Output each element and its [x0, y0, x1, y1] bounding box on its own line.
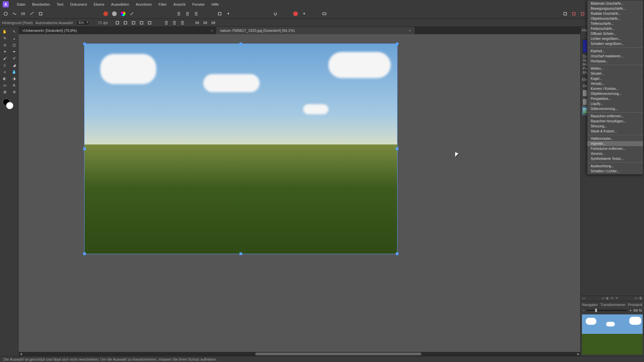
filter-item[interactable]: Konvex / Konkav... — [587, 86, 643, 91]
filter-item[interactable]: Radiale Unschärfe... — [587, 11, 643, 16]
filter-item[interactable]: Diffuser Schein... — [587, 31, 643, 36]
filter-item[interactable]: Ausleuchtung... — [587, 164, 643, 169]
menu-dokument[interactable]: Dokument — [67, 1, 90, 8]
filter-item[interactable]: Halbtonraster... — [587, 136, 643, 141]
navigator-thumbnail[interactable] — [582, 314, 643, 355]
close-icon[interactable]: × — [409, 28, 411, 33]
scroll-thumb[interactable] — [255, 353, 421, 355]
filter-item[interactable]: Staub & Kratzer... — [587, 129, 643, 134]
transform-4-button[interactable] — [138, 19, 145, 26]
transform-1-button[interactable] — [114, 19, 121, 26]
preview-button[interactable] — [321, 10, 328, 17]
arrange-back-button[interactable] — [561, 10, 569, 17]
transform-3-button[interactable] — [130, 19, 137, 26]
liquify-persona-button[interactable] — [11, 10, 18, 17]
menu-anordnen[interactable]: Anordnen — [132, 1, 155, 8]
color-picker-tool[interactable]: ✎ — [0, 35, 9, 42]
align-center-button[interactable] — [184, 10, 191, 17]
layers-group-icon[interactable]: ▭ — [582, 296, 585, 301]
align-right-button[interactable] — [193, 10, 200, 17]
menu-filter[interactable]: Filter — [155, 1, 170, 8]
filter-item[interactable]: Objektivunschärfe... — [587, 16, 643, 21]
selection-handle[interactable] — [396, 147, 398, 150]
valign-top-button[interactable] — [194, 19, 201, 26]
text-tool[interactable]: A — [9, 82, 19, 88]
brush-tool[interactable]: 🖌 — [0, 55, 9, 62]
selection-handle[interactable] — [83, 147, 86, 150]
smudge-tool[interactable]: 💧 — [9, 68, 19, 75]
filter-item[interactable]: Vignette... — [587, 141, 643, 146]
mesh-tool[interactable]: ⊞ — [0, 88, 9, 95]
front-color-swatch[interactable] — [6, 102, 13, 109]
pen-tool[interactable]: ✒ — [9, 48, 19, 55]
filter-item[interactable]: Feldunschärfe... — [587, 26, 643, 31]
filter-item[interactable]: Rauschen hinzufügen... — [587, 119, 643, 124]
menu-ebene[interactable]: Ebene — [90, 1, 108, 8]
selection-handle[interactable] — [239, 252, 242, 255]
flood-select-tool[interactable]: ✦ — [0, 48, 9, 55]
selection-handle[interactable] — [396, 43, 398, 45]
tone-persona-button[interactable] — [28, 10, 36, 17]
filter-item[interactable]: Farbsäume entfernen... — [587, 146, 643, 151]
clone-tool[interactable]: ⍟ — [0, 68, 9, 75]
horizontal-scrollbar[interactable]: ◀ ▶ — [19, 352, 580, 356]
align-left-button[interactable] — [175, 10, 182, 17]
marquee-tool[interactable]: ◫ — [9, 42, 19, 48]
develop-persona-button[interactable] — [19, 10, 27, 17]
halign-center-button[interactable] — [171, 19, 178, 26]
valign-bottom-button[interactable] — [210, 19, 217, 26]
quick-mask-button[interactable] — [216, 10, 223, 17]
crop-tool[interactable]: ⟁ — [9, 35, 19, 42]
menu-bearbeiten[interactable]: Bearbeiten — [29, 1, 53, 8]
transform-2-button[interactable] — [122, 19, 129, 26]
swatch-grey-button[interactable] — [111, 10, 118, 17]
menu-datei[interactable]: Datei — [13, 1, 29, 8]
filter-item[interactable]: Wellen... — [587, 66, 643, 71]
filter-item[interactable]: Synthetisierte Textur... — [587, 156, 643, 161]
swatch-color-button[interactable] — [119, 10, 127, 17]
burn-tool[interactable]: ◑ — [9, 75, 19, 82]
scroll-left-button[interactable]: ◀ — [19, 352, 23, 356]
history-tab[interactable]: Protokoll — [628, 303, 642, 307]
filter-item[interactable]: Gitterverzerrung... — [587, 106, 643, 111]
filter-item[interactable]: Voronoi... — [587, 151, 643, 156]
selection-handle[interactable] — [83, 252, 86, 255]
add-mask-button[interactable]: ◐ — [606, 296, 609, 301]
export-persona-button[interactable] — [37, 10, 44, 17]
add-layer-button[interactable]: ▭ — [601, 296, 605, 301]
selection-handle[interactable] — [396, 252, 398, 255]
move-tool[interactable]: ↖ — [9, 28, 19, 35]
shape-tool[interactable]: ▭ — [0, 82, 9, 88]
menu-auswählen[interactable]: Auswählen — [108, 1, 132, 8]
transform-tab[interactable]: Transformieren — [600, 303, 625, 307]
menu-hilfe[interactable]: Hilfe — [208, 1, 222, 8]
trash-button[interactable]: 🗑 — [639, 296, 643, 301]
arrange-forward-button[interactable] — [579, 10, 586, 17]
filter-item[interactable]: Liquify... — [587, 101, 643, 106]
halign-left-button[interactable] — [163, 19, 170, 26]
navigator-tab[interactable]: Navigator — [582, 303, 598, 307]
hand-tool[interactable]: ✋ — [0, 28, 9, 35]
zoom-slider[interactable] — [587, 310, 627, 311]
scroll-right-button[interactable]: ▶ — [576, 352, 580, 356]
zoom-slider-thumb[interactable] — [595, 309, 597, 312]
quick-mask-dropdown[interactable]: ▾ — [225, 10, 232, 17]
document-tab-1[interactable]: <Unbenannt> [Geändert] (70,8%) × — [19, 27, 217, 34]
filter-item[interactable]: Rauschen entfernen... — [587, 114, 643, 119]
filter-item[interactable]: Perspektive... — [587, 96, 643, 101]
zoom-out-button[interactable]: − — [583, 308, 585, 312]
zoom-tool[interactable]: ⊚ — [9, 88, 19, 95]
document-tab-2[interactable]: nature-7595617_1920.jpg [Geändert] (64,1… — [217, 27, 415, 34]
filter-item[interactable]: Tiefenschärfe... — [587, 21, 643, 26]
filter-item[interactable]: Lichter vergrößern... — [587, 36, 643, 41]
selection-handle[interactable] — [83, 43, 86, 45]
snap-button[interactable] — [272, 10, 279, 17]
transform-5-button[interactable] — [146, 19, 153, 26]
selection-handle[interactable] — [239, 43, 242, 45]
filter-item[interactable]: Schatten / Lichter... — [587, 169, 643, 174]
arrange-backward-button[interactable] — [570, 10, 578, 17]
zoom-in-button[interactable]: + — [629, 308, 631, 312]
scroll-track[interactable] — [23, 353, 576, 355]
menu-ansicht[interactable]: Ansicht — [170, 1, 189, 8]
autoselect-dropdown[interactable]: Ein — [76, 20, 90, 25]
